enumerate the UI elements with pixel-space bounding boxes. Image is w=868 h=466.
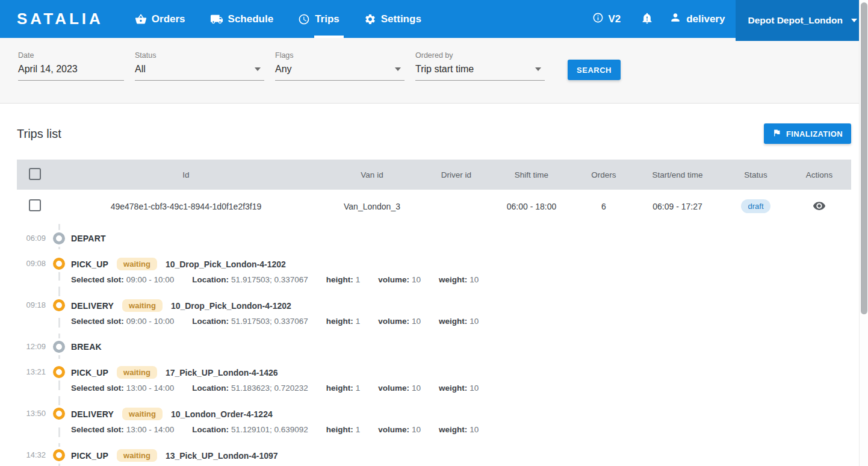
stop-slot: Selected slot:13:00 - 14:00 [71,382,174,394]
column-header-id: Id [54,170,318,179]
nav-schedule[interactable]: Schedule [210,0,274,38]
row-checkbox[interactable] [29,199,41,211]
nav-orders-label: Orders [152,13,185,25]
stop-location: Location:51.917503; 0.337067 [192,315,308,328]
chevron-down-icon [255,67,261,71]
stop-marker-icon [53,299,65,311]
main-content: Trips list FINALIZATION Id Van id Driver… [0,123,868,466]
stop-height: height:1 [326,423,361,436]
stop-status-badge: waiting [122,299,163,312]
version-indicator[interactable]: V2 [592,12,621,26]
nav-settings[interactable]: Settings [364,0,421,38]
trip-start-end: 06:09 - 17:27 [631,202,724,211]
depot-selector[interactable]: Depot Depot_London [736,0,868,41]
stop-details: Selected slot:13:00 - 14:00 Location:51.… [71,382,851,394]
stop-order-id: 10_London_Order-4-1224 [171,408,273,420]
trip-row[interactable]: 49e478e1-cbf3-49c1-8944-1d0f1e2f3f19 Van… [17,190,851,223]
timeline-stop: 06:09 DEPART [17,232,851,244]
trips-table: Id Van id Driver id Shift time Orders St… [17,160,851,466]
page-title: Trips list [17,127,61,141]
chevron-down-icon [535,67,541,71]
stop-order-id: 13_Pick_UP_London-4-1097 [166,450,278,462]
stop-time: 12:09 [17,341,47,353]
chevron-down-icon [851,19,857,22]
filter-bar: Date April 14, 2023 Status All Flags Any… [0,38,868,104]
date-value: April 14, 2023 [18,64,78,75]
stop-marker-icon [53,341,65,353]
stop-location: Location:51.917503; 0.337067 [192,273,308,286]
ordered-by-filter: Ordered by Trip start time [415,51,545,81]
stop-status-badge: waiting [122,408,163,420]
timeline-stop: 12:09 BREAK [17,341,851,353]
stop-slot: Selected slot:09:00 - 10:00 [71,315,174,328]
status-select[interactable]: All [135,64,264,81]
stop-marker-icon [53,408,65,420]
timeline-stop: 13:50 DELIVERY waiting 10_London_Order-4… [17,408,851,436]
clock-icon [298,13,310,25]
trip-timeline: 06:09 DEPART 09:08 PICK_UP waiting 10_Dr… [17,223,851,466]
notifications-button[interactable] [641,12,653,26]
nav-trips-label: Trips [315,13,339,25]
stop-height: height:1 [326,315,361,328]
date-input[interactable]: April 14, 2023 [18,64,124,81]
scrollbar[interactable] [859,0,868,466]
column-header-status: Status [724,170,787,179]
column-header-van-id: Van id [318,170,426,179]
flag-icon [772,128,781,139]
ordered-by-value: Trip start time [415,64,474,75]
flags-select[interactable]: Any [275,64,405,81]
eye-icon [813,205,826,214]
topbar-right: V2 delivery Depot Depot_London [592,0,868,38]
status-value: All [135,64,146,75]
column-header-start-end: Start/end time [631,170,724,179]
date-filter-label: Date [18,51,124,60]
scrollbar-thumb[interactable] [861,2,867,314]
status-filter-label: Status [135,51,264,60]
flags-value: Any [275,64,292,75]
user-name: delivery [686,13,725,25]
info-icon [592,12,604,26]
main-nav: Orders Schedule Trips Settings [135,0,446,38]
date-filter: Date April 14, 2023 [18,51,124,81]
finalization-button[interactable]: FINALIZATION [764,123,851,144]
top-nav-bar: SATALIA Orders Schedule Trips Settings [0,0,868,38]
stop-height: height:1 [326,273,361,286]
stop-slot: Selected slot:09:00 - 10:00 [71,273,174,286]
column-header-actions: Actions [787,170,851,179]
stop-details: Selected slot:09:00 - 10:00 Location:51.… [71,273,851,286]
gear-icon [364,13,376,25]
ordered-by-select[interactable]: Trip start time [415,64,545,81]
column-header-orders: Orders [577,170,631,179]
stop-marker-icon [53,366,65,378]
trip-van-id: Van_London_3 [318,202,426,211]
nav-settings-label: Settings [381,13,421,25]
stop-height: height:1 [326,382,361,394]
select-all-checkbox[interactable] [29,168,41,180]
stop-marker-icon [53,449,65,461]
nav-orders[interactable]: Orders [135,0,185,38]
search-button[interactable]: SEARCH [568,60,621,80]
version-label: V2 [608,13,621,25]
stop-order-id: 17_Pick_UP_London-4-1426 [166,367,278,379]
stop-location: Location:51.183623; 0.720232 [192,382,308,394]
flags-filter-label: Flags [275,51,405,60]
stop-weight: weight:10 [439,273,479,286]
user-menu[interactable]: delivery [669,11,725,26]
stop-slot: Selected slot:13:00 - 14:00 [71,423,174,436]
ordered-by-label: Ordered by [415,51,545,60]
timeline-stop: 13:21 PICK_UP waiting 17_Pick_UP_London-… [17,366,851,394]
column-header-driver-id: Driver id [426,170,486,179]
view-trip-button[interactable] [811,198,827,214]
stop-order-id: 10_Drop_Pick_London-4-1202 [171,300,291,312]
stop-time: 09:08 [17,258,47,286]
stop-order-id: 10_Drop_Pick_London-4-1202 [166,258,286,270]
finalization-label: FINALIZATION [786,129,843,138]
nav-trips[interactable]: Trips [298,0,339,38]
table-header-row: Id Van id Driver id Shift time Orders St… [17,160,851,190]
stop-status-badge: waiting [117,449,157,462]
stop-type: PICK_UP [71,258,108,270]
satalia-logo: SATALIA [17,10,104,28]
stop-weight: weight:10 [439,382,479,394]
stop-status-badge: waiting [117,258,157,270]
trip-orders-count: 6 [577,202,631,211]
